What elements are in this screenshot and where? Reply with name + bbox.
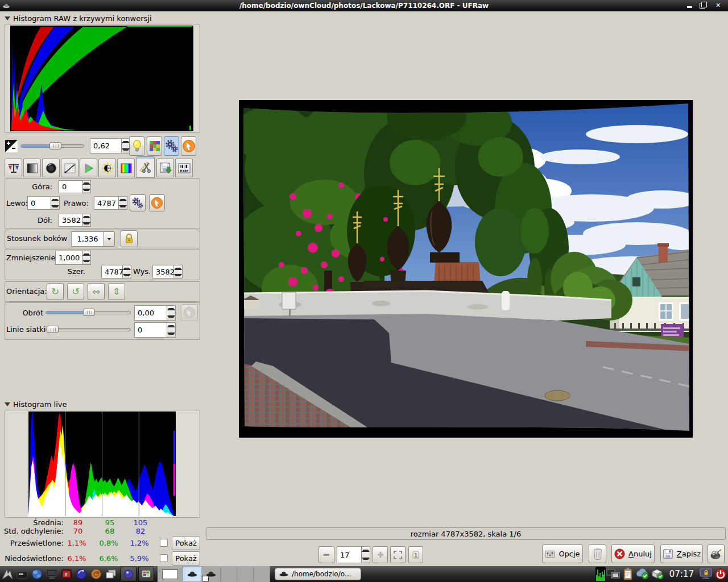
zoom-100-button[interactable]: 1 bbox=[408, 546, 423, 563]
tab-display[interactable] bbox=[117, 159, 135, 177]
exposure-slider[interactable] bbox=[20, 144, 84, 148]
gridlines-spin[interactable] bbox=[167, 322, 176, 338]
launcher-app2-button[interactable] bbox=[138, 567, 154, 581]
ufo-icon bbox=[187, 570, 198, 578]
ufraw-window-2[interactable] bbox=[202, 567, 220, 581]
taskbar-clock[interactable]: 07:17 bbox=[665, 569, 698, 579]
taskbar-terminal-button[interactable]: # bbox=[59, 567, 74, 581]
system-monitor-graph[interactable] bbox=[595, 567, 606, 581]
tab-save[interactable] bbox=[156, 159, 174, 177]
tray-dropbox-icon[interactable] bbox=[650, 567, 665, 581]
lock-aspect-button[interactable] bbox=[121, 230, 138, 247]
exposure-value-field[interactable]: 0,62 bbox=[90, 138, 122, 153]
pager-desktop[interactable] bbox=[162, 569, 178, 579]
tab-corrections[interactable] bbox=[98, 159, 116, 177]
tray-owncloud-icon[interactable] bbox=[635, 567, 650, 581]
zoom-out-button[interactable] bbox=[318, 546, 334, 563]
maximize-button[interactable] bbox=[700, 3, 705, 9]
taskbar-files-button[interactable] bbox=[15, 567, 30, 581]
preview-photo[interactable] bbox=[239, 100, 693, 438]
rotation-field[interactable]: 0,00 bbox=[134, 305, 167, 321]
crop-top-field[interactable]: 0 bbox=[59, 180, 82, 193]
underexposed-checkbox[interactable] bbox=[160, 554, 168, 562]
aspect-ratio-combo-value[interactable]: 1,336 bbox=[71, 231, 104, 247]
reset-rotation-button[interactable] bbox=[181, 304, 198, 321]
tray-clipboard-icon[interactable] bbox=[621, 567, 635, 581]
tray-remote-desktop-icon[interactable] bbox=[606, 567, 621, 581]
tab-base-curve[interactable] bbox=[61, 159, 78, 177]
raw-interpolation-button[interactable] bbox=[147, 136, 162, 156]
ufraw-window-active[interactable] bbox=[183, 566, 202, 582]
rotation-spin[interactable] bbox=[167, 305, 176, 321]
pager-cell[interactable] bbox=[237, 567, 253, 581]
tab-color-management[interactable] bbox=[80, 159, 97, 177]
pager-cell[interactable] bbox=[220, 567, 237, 581]
show-underexposed-button[interactable]: Pokaż bbox=[172, 551, 200, 566]
height-field[interactable]: 3582 bbox=[152, 265, 174, 278]
rotate-cw-button[interactable]: ↻ bbox=[47, 283, 64, 300]
lock-monitor-icon bbox=[699, 568, 713, 580]
zoom-fit-button[interactable] bbox=[390, 546, 406, 563]
gridlines-slider-thumb[interactable] bbox=[47, 326, 59, 333]
rotation-slider-thumb[interactable] bbox=[83, 309, 95, 316]
restore-highlights-button[interactable] bbox=[129, 136, 144, 156]
tab-exif[interactable]: EXIF bbox=[175, 159, 193, 177]
rotation-slider[interactable] bbox=[46, 311, 131, 314]
crop-top-spin[interactable] bbox=[82, 180, 91, 193]
show-overexposed-button[interactable]: Pokaż bbox=[172, 536, 200, 550]
reset-crop-button[interactable] bbox=[149, 194, 165, 211]
crop-right-field[interactable]: 4787 bbox=[94, 196, 119, 210]
lens-icon bbox=[46, 163, 57, 174]
taskbar-window-button[interactable]: /home/bodzio/o... bbox=[275, 568, 361, 580]
rotate-ccw-button[interactable]: ↺ bbox=[67, 283, 84, 300]
tray-power-icon[interactable] bbox=[713, 567, 728, 581]
taskbar-menu-button[interactable] bbox=[0, 567, 15, 581]
live-histogram-expander[interactable]: Histogram live bbox=[5, 400, 67, 409]
gridlines-slider[interactable] bbox=[46, 328, 131, 331]
width-spin[interactable] bbox=[123, 265, 131, 278]
taskbar-nautilus-button[interactable] bbox=[89, 567, 104, 581]
crop-bottom-field[interactable]: 3582 bbox=[59, 214, 82, 227]
width-field[interactable]: 4787 bbox=[101, 265, 123, 278]
tray-lock-screen-icon[interactable] bbox=[698, 567, 713, 581]
tab-white-balance[interactable] bbox=[5, 159, 22, 177]
options-button[interactable]: Opcje bbox=[542, 544, 583, 563]
tab-grayscale[interactable] bbox=[23, 159, 41, 177]
shrink-field[interactable]: 1,000 bbox=[55, 251, 82, 265]
palette-icon bbox=[141, 569, 151, 579]
close-button[interactable]: ✕ bbox=[715, 2, 721, 9]
tab-crop-resize[interactable] bbox=[136, 156, 155, 178]
zoom-spin[interactable] bbox=[362, 546, 370, 563]
taskbar-workspaces-button[interactable] bbox=[104, 567, 118, 581]
taskbar-app-blue-button[interactable] bbox=[74, 567, 89, 581]
minimize-button[interactable] bbox=[687, 6, 692, 8]
exposure-slider-thumb[interactable] bbox=[49, 142, 61, 149]
aspect-ratio-combo-arrow[interactable] bbox=[104, 231, 115, 247]
overexposed-red: 1,1% bbox=[67, 539, 86, 547]
send-to-gimp-button[interactable] bbox=[708, 544, 725, 563]
crop-right-spin[interactable] bbox=[119, 196, 127, 210]
auto-crop-button[interactable] bbox=[130, 194, 146, 211]
crop-left-spin[interactable] bbox=[51, 196, 60, 210]
tab-lens-corrections[interactable] bbox=[42, 159, 60, 177]
crop-bottom-spin[interactable] bbox=[82, 214, 91, 227]
flip-horizontal-button[interactable]: ⇔ bbox=[88, 283, 105, 300]
reset-exposure-button[interactable] bbox=[181, 136, 196, 156]
taskbar-display-button[interactable] bbox=[44, 567, 59, 581]
flip-vertical-button[interactable]: ⇕ bbox=[108, 283, 125, 300]
zoom-value-field[interactable]: 17 bbox=[337, 546, 362, 563]
raw-histogram-expander[interactable]: Histogram RAW z krzywymi konwersji bbox=[5, 14, 152, 23]
height-spin[interactable] bbox=[174, 265, 183, 278]
shrink-spin[interactable] bbox=[82, 251, 91, 265]
cancel-button[interactable]: Anuluj bbox=[611, 544, 655, 563]
delete-id-file-button[interactable] bbox=[589, 544, 606, 563]
save-button[interactable]: Zapisz bbox=[660, 544, 703, 563]
taskbar-browser-button[interactable] bbox=[30, 567, 44, 581]
auto-exposure-button[interactable] bbox=[164, 136, 179, 156]
gridlines-field[interactable]: 0 bbox=[134, 322, 167, 338]
pager-cell[interactable] bbox=[253, 567, 270, 581]
overexposed-checkbox[interactable] bbox=[160, 539, 168, 547]
crop-left-field[interactable]: 0 bbox=[27, 196, 51, 210]
zoom-in-button[interactable] bbox=[373, 546, 388, 563]
launcher-app1-button[interactable] bbox=[121, 567, 136, 581]
